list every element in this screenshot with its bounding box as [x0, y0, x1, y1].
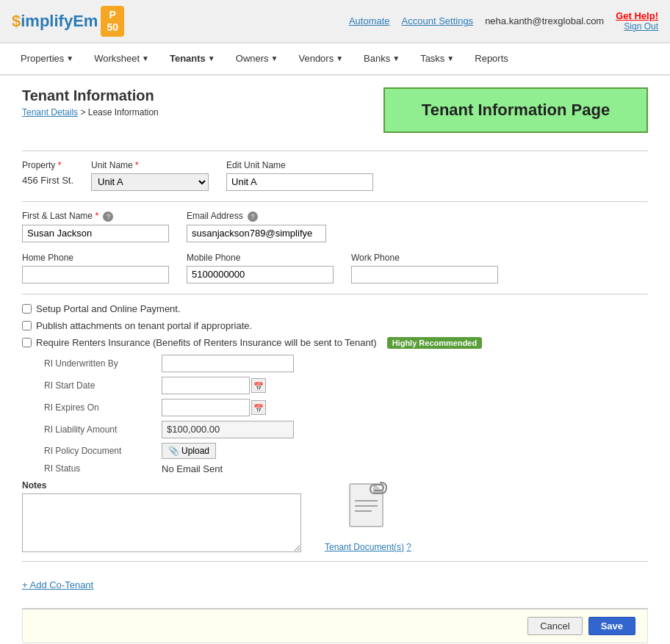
- chevron-down-icon: ▼: [271, 54, 278, 62]
- property-row: Property * 456 First St. Unit Name * Uni…: [22, 160, 648, 191]
- nav-owners[interactable]: Owners ▼: [227, 47, 287, 70]
- nav-banks[interactable]: Banks ▼: [355, 47, 408, 70]
- notes-section: Notes: [22, 480, 301, 552]
- ri-expires-label: RI Expires On: [44, 402, 162, 413]
- name-email-row: First & Last Name * ? Email Address ?: [22, 211, 648, 242]
- ri-expires-input[interactable]: [162, 399, 250, 416]
- banner-area: Tenant Information Page: [383, 87, 648, 145]
- notes-textarea[interactable]: [22, 493, 301, 552]
- notes-docs-row: Notes Tenant Docume: [22, 480, 648, 552]
- name-help-icon[interactable]: ?: [103, 211, 113, 222]
- phone-row: Home Phone Mobile Phone Work Phone: [22, 253, 648, 283]
- nav-properties[interactable]: Properties ▼: [12, 47, 82, 70]
- top-area: Tenant Information Tenant Details > Leas…: [22, 87, 648, 145]
- first-last-name-input[interactable]: [22, 225, 169, 242]
- footer-bar: Cancel Save: [22, 608, 648, 643]
- mobile-phone-input[interactable]: [187, 266, 334, 283]
- ri-status-value: No Email Sent: [162, 463, 223, 474]
- upload-icon: 📎: [168, 446, 179, 456]
- upload-button[interactable]: 📎 Upload: [162, 443, 216, 459]
- nav-worksheet[interactable]: Worksheet ▼: [85, 47, 158, 70]
- breadcrumb-current: Lease Information: [88, 107, 159, 117]
- divider2: [22, 201, 648, 202]
- property-value: 456 First St.: [22, 173, 73, 186]
- work-phone-group: Work Phone: [351, 253, 498, 283]
- ri-start-row: RI Start Date 📅: [44, 377, 648, 394]
- chevron-down-icon: ▼: [392, 54, 400, 62]
- tenant-docs-label[interactable]: Tenant Document(s) ?: [325, 542, 411, 552]
- first-last-name-label: First & Last Name * ?: [22, 211, 169, 222]
- mobile-phone-label: Mobile Phone: [187, 253, 334, 263]
- chevron-down-icon: ▼: [336, 54, 343, 62]
- publish-attachments-label: Publish attachments on tenant portal if …: [36, 320, 252, 331]
- ri-status-row: RI Status No Email Sent: [44, 463, 648, 474]
- unit-name-label: Unit Name *: [91, 160, 209, 170]
- automate-link[interactable]: Automate: [349, 15, 390, 26]
- nav-reports[interactable]: Reports: [466, 47, 517, 70]
- publish-attachments-checkbox[interactable]: [22, 321, 32, 330]
- save-button[interactable]: Save: [588, 617, 635, 635]
- mobile-phone-group: Mobile Phone: [187, 253, 334, 283]
- add-cotenant-link[interactable]: + Add Co-Tenant: [22, 579, 93, 590]
- require-insurance-row: Require Renters Insurance (Benefits of R…: [22, 337, 648, 349]
- edit-unit-name-input[interactable]: [226, 173, 373, 191]
- require-insurance-label: Require Renters Insurance (Benefits of R…: [36, 337, 377, 348]
- main-content: Tenant Information Tenant Details > Leas…: [0, 76, 670, 644]
- divider3: [22, 294, 648, 294]
- email-group: Email Address ?: [187, 211, 326, 242]
- unit-name-select[interactable]: Unit A: [91, 173, 209, 191]
- logo-text: $implifyEm: [12, 12, 98, 31]
- email-label: Email Address ?: [187, 211, 326, 222]
- get-help-link[interactable]: Get Help!: [616, 10, 658, 21]
- edit-unit-name-label: Edit Unit Name: [226, 160, 373, 170]
- tenant-docs-section[interactable]: Tenant Document(s) ?: [325, 480, 411, 552]
- ri-start-input[interactable]: [162, 377, 250, 394]
- chevron-down-icon: ▼: [447, 54, 454, 62]
- ri-policy-row: RI Policy Document 📎 Upload: [44, 443, 648, 459]
- sign-out-link[interactable]: Sign Out: [624, 21, 658, 32]
- property-group: Property * 456 First St.: [22, 160, 73, 186]
- nav-tasks[interactable]: Tasks ▼: [411, 47, 463, 70]
- page-title: Tenant Information: [22, 87, 342, 104]
- setup-portal-label: Setup Portal and Online Payment.: [36, 303, 181, 314]
- ri-expires-calendar-icon[interactable]: 📅: [251, 400, 266, 415]
- setup-portal-row: Setup Portal and Online Payment.: [22, 303, 648, 314]
- email-input[interactable]: [187, 225, 326, 242]
- work-phone-input[interactable]: [351, 266, 498, 283]
- ri-underwritten-input[interactable]: [162, 355, 294, 372]
- ri-liability-label: RI Liability Amount: [44, 424, 162, 435]
- require-insurance-checkbox[interactable]: [22, 338, 32, 347]
- user-email: neha.kanth@trexglobal.com: [485, 15, 604, 26]
- notes-label: Notes: [22, 480, 301, 491]
- tenant-docs-icon: [342, 480, 394, 539]
- tenant-info-banner: Tenant Information Page: [383, 87, 648, 133]
- ri-underwritten-row: RI Underwritten By: [44, 355, 648, 372]
- email-help-icon[interactable]: ?: [248, 211, 258, 222]
- tenant-docs-help-icon[interactable]: ?: [406, 542, 411, 552]
- ri-policy-label: RI Policy Document: [44, 446, 162, 456]
- ri-status-label: RI Status: [44, 463, 162, 474]
- ri-start-label: RI Start Date: [44, 380, 162, 391]
- unit-name-group: Unit Name * Unit A: [91, 160, 209, 191]
- home-phone-group: Home Phone: [22, 253, 169, 283]
- navbar: Properties ▼ Worksheet ▼ Tenants ▼ Owner…: [0, 43, 670, 76]
- ri-start-calendar-icon[interactable]: 📅: [251, 378, 266, 393]
- ri-liability-input[interactable]: [162, 421, 294, 438]
- nav-tenants[interactable]: Tenants ▼: [161, 47, 224, 70]
- edit-unit-name-group: Edit Unit Name: [226, 160, 373, 191]
- divider4: [22, 561, 648, 562]
- property-label: Property *: [22, 160, 73, 170]
- setup-portal-checkbox[interactable]: [22, 304, 32, 314]
- ri-underwritten-label: RI Underwritten By: [44, 358, 162, 369]
- chevron-down-icon: ▼: [142, 54, 149, 62]
- home-phone-input[interactable]: [22, 266, 169, 283]
- logo: $implifyEm P 50: [12, 6, 124, 37]
- chevron-down-icon: ▼: [208, 54, 215, 62]
- chevron-down-icon: ▼: [66, 54, 73, 62]
- cancel-button[interactable]: Cancel: [527, 617, 582, 635]
- work-phone-label: Work Phone: [351, 253, 498, 263]
- nav-vendors[interactable]: Vendors ▼: [289, 47, 352, 70]
- account-settings-link[interactable]: Account Settings: [402, 15, 474, 26]
- ri-fields: RI Underwritten By RI Start Date 📅 RI Ex…: [44, 355, 648, 474]
- breadcrumb-link[interactable]: Tenant Details: [22, 107, 78, 117]
